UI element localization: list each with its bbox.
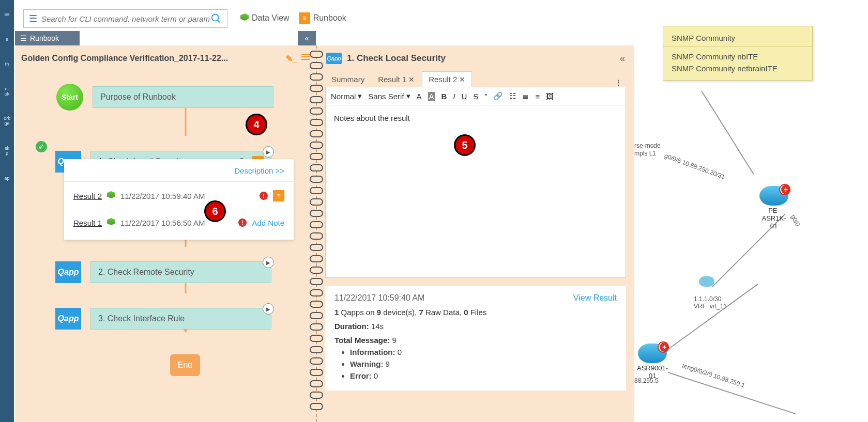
start-node: Start [56, 84, 83, 111]
collapse-panel-button[interactable]: « [298, 31, 316, 45]
snmp-title: SNMP Community [672, 34, 804, 42]
meta-info: Information: 0 [350, 348, 617, 356]
callout-6: 6 [204, 200, 226, 222]
plus-icon: + [781, 185, 790, 194]
bullet-list-icon[interactable]: ≣ [522, 91, 529, 101]
image-icon[interactable]: 🖼 [546, 92, 554, 101]
ordered-list-icon[interactable]: ☷ [509, 91, 516, 101]
tab-result-2[interactable]: Result 2✕ [422, 71, 472, 87]
stack-icon [107, 218, 115, 227]
link-icon[interactable]: 🔗 [493, 91, 503, 101]
runbook-chip[interactable]: ≡Runbook [299, 12, 346, 24]
editor-content[interactable]: Notes about the result [326, 105, 626, 131]
search-bar: ☰ [23, 9, 227, 28]
svg-point-0 [212, 14, 219, 21]
qapp-icon: Qapp [55, 308, 81, 330]
note-icon[interactable]: ≡ [273, 190, 284, 201]
tab-menu-icon[interactable]: ⋮ [615, 79, 626, 87]
runbook-tab[interactable]: ☰Runbook [15, 31, 80, 45]
strike-icon[interactable]: S [473, 92, 478, 101]
edit-icon[interactable]: ✎_ [286, 54, 297, 64]
router-label: PE-ASR1K-01 [758, 207, 789, 230]
alert-icon: ! [238, 218, 247, 227]
tab-result-1[interactable]: Result 1✕ [372, 72, 421, 87]
router-node[interactable]: + PE-ASR1K-01 [758, 186, 789, 230]
close-icon[interactable]: ✕ [408, 75, 415, 84]
font-color-icon[interactable]: A [417, 92, 422, 101]
rail-item[interactable]: th [0, 60, 14, 69]
runbook-chip-label: Runbook [313, 13, 346, 23]
search-icon[interactable] [210, 13, 222, 24]
topo-label: g0/0/5 10.88.250.20/31 [663, 152, 726, 180]
collapse-detail-button[interactable]: « [620, 53, 625, 64]
left-nav-rail: es e th n-ok orkge skp ap [0, 0, 14, 422]
snmp-note[interactable]: SNMP Community SNMP Community nbITE SNMP… [663, 26, 813, 81]
list-icon: ☰ [20, 34, 27, 42]
alert-icon: ! [260, 192, 268, 200]
result-link[interactable]: Result 2 [73, 192, 102, 200]
result-link[interactable]: Result 1 [73, 218, 102, 227]
result-row: Result 1 11/22/2017 10:56:50 AM ! Add No… [64, 210, 294, 236]
topology-canvas[interactable]: SNMP Community SNMP Community nbITE SNMP… [634, 0, 868, 422]
underline-icon[interactable]: U [462, 92, 467, 101]
font-family-select[interactable]: Sans Serif ▾ [368, 91, 410, 101]
rail-item[interactable]: ap [0, 174, 14, 183]
add-note-link[interactable]: Add Note [252, 218, 284, 227]
tab-summary[interactable]: Summary [325, 72, 371, 87]
detail-title: 1. Check Local Security [347, 53, 446, 64]
italic-icon[interactable]: I [453, 92, 455, 101]
topo-label: 1.1.1.0/30 [694, 295, 721, 303]
list-lines-icon[interactable] [301, 54, 310, 64]
note-editor: Normal ▾ Sans Serif ▾ A A B I U S ” 🔗 ☷ … [325, 87, 626, 278]
router-label: ASR9001-01 [637, 364, 668, 380]
result-row: Result 2 11/22/2017 10:59:40 AM ! ≡ [64, 182, 294, 210]
rail-item[interactable]: n-ok [0, 85, 14, 99]
spiral-binding [310, 51, 324, 412]
meta-total: Total Message: 9 [334, 336, 617, 345]
step-check-remote-security[interactable]: 2. Check Remote Security▶ [90, 261, 271, 283]
runbook-tab-label: Runbook [30, 34, 59, 42]
quote-icon[interactable]: ” [484, 92, 487, 101]
bold-icon[interactable]: B [441, 92, 447, 101]
callout-5: 5 [454, 134, 476, 156]
close-icon[interactable]: ✕ [459, 75, 465, 84]
highlight-icon[interactable]: A [428, 92, 435, 101]
result-timestamp: 11/22/2017 10:59:40 AM [120, 192, 205, 200]
align-icon[interactable]: ≡ [535, 92, 540, 101]
meta-duration: Duration: 14s [334, 322, 617, 331]
qapp-icon: Qapp [55, 261, 81, 283]
view-chips: Data View ≡Runbook [240, 12, 346, 24]
search-input[interactable] [41, 14, 210, 23]
detail-panel: Qapp 1. Check Local Security « Summary R… [316, 45, 634, 422]
step-check-interface-rule[interactable]: 3. Check Interface Rule▶ [90, 308, 271, 330]
meta-err: Error: 0 [350, 371, 617, 380]
menu-icon[interactable]: ☰ [29, 13, 37, 24]
view-result-link[interactable]: View Result [573, 293, 617, 303]
meta-warn: Warning: 9 [350, 360, 617, 368]
paragraph-style-select[interactable]: Normal ▾ [331, 91, 362, 101]
data-view-chip[interactable]: Data View [240, 13, 290, 23]
description-link[interactable]: Description >> [64, 163, 294, 182]
qapp-icon: Qapp [326, 53, 342, 64]
topo-label: teng0/0/2/0 10.88.250.1 [681, 362, 746, 389]
detail-tabs: Summary Result 1✕ Result 2✕ ⋮ [317, 71, 634, 87]
play-icon[interactable]: ▶ [263, 257, 274, 268]
play-icon[interactable]: ▶ [263, 303, 274, 315]
svg-line-1 [218, 20, 220, 23]
editor-toolbar: Normal ▾ Sans Serif ▾ A A B I U S ” 🔗 ☷ … [326, 87, 626, 105]
snmp-line: SNMP Community netbrainITE [672, 64, 804, 73]
topo-label: mpls L1 [634, 150, 656, 157]
runbook-icon: ≡ [299, 12, 310, 24]
topo-label: g0/0 [789, 213, 801, 227]
rail-item[interactable]: es [0, 10, 14, 20]
rail-item[interactable]: e [0, 35, 14, 44]
topo-label: VRF: vrf_11 [694, 303, 727, 310]
subnet-node[interactable] [699, 276, 714, 287]
end-node: End [170, 354, 200, 376]
meta-timestamp: 11/22/2017 10:59:40 AM [334, 293, 424, 303]
router-node[interactable]: + ASR9001-01 [637, 343, 668, 380]
rail-item[interactable]: skp [0, 144, 14, 159]
rail-item[interactable]: orkge [0, 114, 14, 129]
purpose-box[interactable]: Purpose of Runbook [93, 86, 273, 108]
play-icon[interactable]: ▶ [263, 146, 274, 158]
